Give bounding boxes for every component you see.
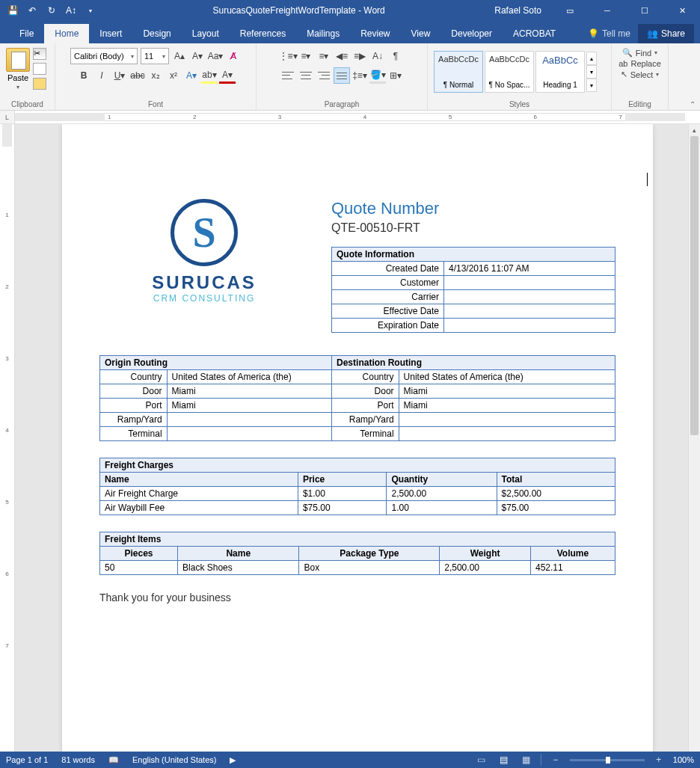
redo-icon[interactable]: ↻ [43, 2, 60, 19]
word-count[interactable]: 81 words [61, 755, 95, 764]
cursor-icon: ↖ [621, 70, 627, 79]
ribbon-display-icon[interactable]: ▭ [555, 0, 585, 21]
numbering-icon[interactable]: ≡▾ [298, 48, 314, 64]
tab-insert[interactable]: Insert [89, 24, 132, 43]
spell-check-icon[interactable]: 📖 [108, 755, 119, 765]
quote-title: Quote Number [331, 199, 615, 218]
align-justify-icon[interactable] [334, 67, 350, 84]
print-layout-icon[interactable]: ▤ [496, 753, 512, 767]
find-button[interactable]: 🔍Find▾ [622, 48, 657, 58]
show-hide-icon[interactable]: ¶ [387, 48, 404, 64]
status-bar: Page 1 of 1 81 words 📖 English (United S… [0, 752, 700, 768]
ruler-horizontal[interactable]: L 1234567 [0, 111, 700, 124]
underline-button[interactable]: U▾ [111, 67, 128, 84]
user-name[interactable]: Rafael Soto [494, 5, 541, 16]
tab-review[interactable]: Review [350, 24, 400, 43]
qat-more-icon[interactable]: ▾ [82, 2, 99, 19]
bold-button[interactable]: B [76, 67, 92, 84]
document-scroll[interactable]: S SURUCAS CRM CONSULTING Quote Number QT… [15, 124, 700, 767]
borders-icon[interactable]: ⊞▾ [387, 67, 404, 84]
tab-view[interactable]: View [401, 24, 441, 43]
font-color-icon[interactable]: A▾ [219, 67, 236, 84]
tab-home[interactable]: Home [44, 24, 89, 43]
highlight-icon[interactable]: ab▾ [201, 67, 218, 84]
group-styles: AaBbCcDc¶ Normal AaBbCcDc¶ No Spac... Aa… [428, 43, 612, 110]
style-normal[interactable]: AaBbCcDc¶ Normal [434, 51, 483, 93]
shrink-font-icon[interactable]: A▾ [190, 49, 205, 64]
title-bar: 💾 ↶ ↻ A↕ ▾ SurucasQuoteFreightWordTempla… [0, 0, 700, 21]
line-spacing-icon[interactable]: ‡≡▾ [351, 67, 368, 84]
select-button[interactable]: ↖Select▾ [621, 70, 660, 79]
items-table[interactable]: Freight Items PiecesNamePackage TypeWeig… [99, 532, 615, 575]
style-no-spacing[interactable]: AaBbCcDc¶ No Spac... [485, 51, 534, 93]
bullets-icon[interactable]: ⋮≡▾ [280, 48, 296, 64]
document-title: SurucasQuoteFreightWordTemplate - Word [103, 5, 494, 16]
maximize-icon[interactable]: ☐ [630, 0, 660, 21]
zoom-out-icon[interactable]: − [547, 753, 564, 767]
paste-button[interactable]: Paste ▾ [6, 48, 30, 90]
share-icon: 👥 [647, 28, 658, 39]
tell-me-search[interactable]: 💡Tell me [580, 28, 638, 39]
page[interactable]: S SURUCAS CRM CONSULTING Quote Number QT… [62, 124, 653, 767]
language-status[interactable]: English (United States) [132, 755, 217, 764]
sort-icon[interactable]: A↓ [369, 48, 386, 64]
font-name-select[interactable]: Calibri (Body)▾ [70, 48, 138, 64]
increase-indent-icon[interactable]: ≡▶ [351, 48, 368, 64]
change-case-icon[interactable]: Aa▾ [208, 49, 223, 64]
shading-icon[interactable]: 🪣▾ [369, 67, 386, 84]
share-button[interactable]: 👥Share [638, 24, 694, 43]
save-icon[interactable]: 💾 [4, 2, 21, 19]
paste-icon [6, 48, 30, 72]
grow-font-icon[interactable]: A▴ [172, 49, 187, 64]
tab-mailings[interactable]: Mailings [296, 24, 350, 43]
superscript-button[interactable]: x² [165, 67, 182, 84]
collapse-ribbon-icon[interactable]: ⌃ [690, 100, 696, 108]
styles-up-icon[interactable]: ▴ [586, 52, 597, 65]
replace-button[interactable]: abReplace [618, 59, 661, 68]
read-mode-icon[interactable]: ▭ [473, 753, 490, 767]
align-center-icon[interactable] [298, 67, 314, 84]
ruler-vertical[interactable]: 1234567 [0, 124, 15, 767]
zoom-in-icon[interactable]: + [651, 753, 667, 767]
macro-icon[interactable]: ▶ [230, 755, 236, 765]
tab-file[interactable]: File [9, 24, 44, 43]
styles-more-icon[interactable]: ▾ [586, 79, 597, 92]
style-heading1[interactable]: AaBbCcHeading 1 [535, 51, 585, 93]
tab-references[interactable]: References [230, 24, 296, 43]
routing-table[interactable]: Origin RoutingDestination Routing Countr… [99, 355, 615, 441]
styles-down-icon[interactable]: ▾ [586, 65, 597, 79]
cut-icon[interactable]: ✂ [33, 48, 46, 60]
quote-info-table[interactable]: Quote Information Created Date4/13/2016 … [331, 247, 615, 333]
tab-developer[interactable]: Developer [440, 24, 503, 43]
subscript-button[interactable]: x₂ [147, 67, 164, 84]
zoom-slider[interactable] [570, 759, 645, 761]
touch-mode-icon[interactable]: A↕ [63, 2, 79, 19]
group-font: Calibri (Body)▾ 11▾ A▴ A▾ Aa▾ A̸ B I U▾ … [55, 43, 257, 110]
align-right-icon[interactable] [316, 67, 332, 84]
tab-design[interactable]: Design [132, 24, 181, 43]
undo-icon[interactable]: ↶ [24, 2, 40, 19]
align-left-icon[interactable] [280, 67, 296, 84]
multilevel-list-icon[interactable]: ≡▾ [316, 48, 332, 64]
charges-table[interactable]: Freight Charges NamePriceQuantityTotal A… [99, 458, 615, 515]
format-painter-icon[interactable] [33, 78, 46, 90]
scroll-up-icon[interactable]: ▴ [689, 124, 700, 136]
strikethrough-button[interactable]: abc [129, 67, 146, 84]
scroll-thumb[interactable] [690, 136, 699, 435]
page-count[interactable]: Page 1 of 1 [6, 755, 48, 764]
zoom-level[interactable]: 100% [673, 755, 694, 764]
text-effects-icon[interactable]: A▾ [183, 67, 200, 84]
tab-layout[interactable]: Layout [182, 24, 230, 43]
tab-acrobat[interactable]: ACROBAT [503, 24, 566, 43]
italic-button[interactable]: I [93, 67, 110, 84]
web-layout-icon[interactable]: ▦ [518, 753, 535, 767]
clear-formatting-icon[interactable]: A̸ [226, 49, 241, 64]
font-size-select[interactable]: 11▾ [141, 48, 169, 64]
group-label-font: Font [58, 99, 253, 110]
close-icon[interactable]: ✕ [667, 0, 697, 21]
ribbon-tabs: File Home Insert Design Layout Reference… [0, 21, 700, 43]
copy-icon[interactable] [33, 63, 46, 75]
vertical-scrollbar[interactable]: ▴ ▾ [688, 124, 700, 767]
decrease-indent-icon[interactable]: ◀≡ [334, 48, 350, 64]
minimize-icon[interactable]: ─ [592, 0, 622, 21]
